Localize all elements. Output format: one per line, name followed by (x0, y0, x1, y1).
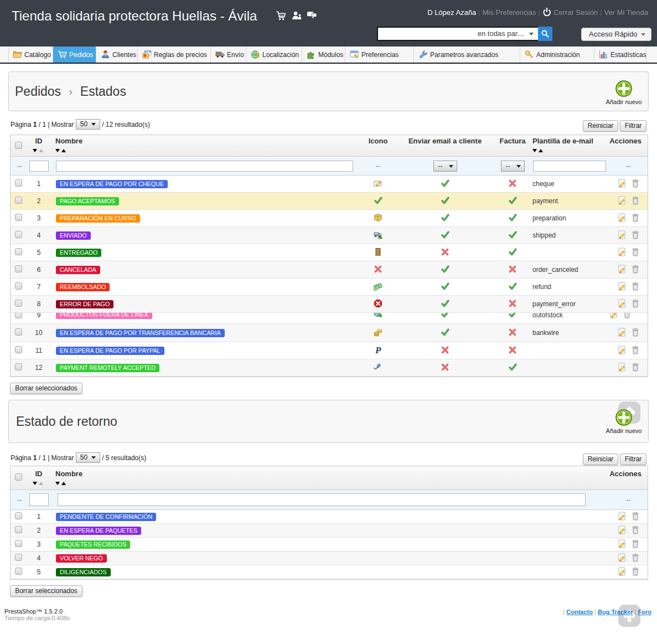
svg-text:VISA: VISA (146, 51, 150, 53)
svg-text:P: P (375, 346, 381, 354)
